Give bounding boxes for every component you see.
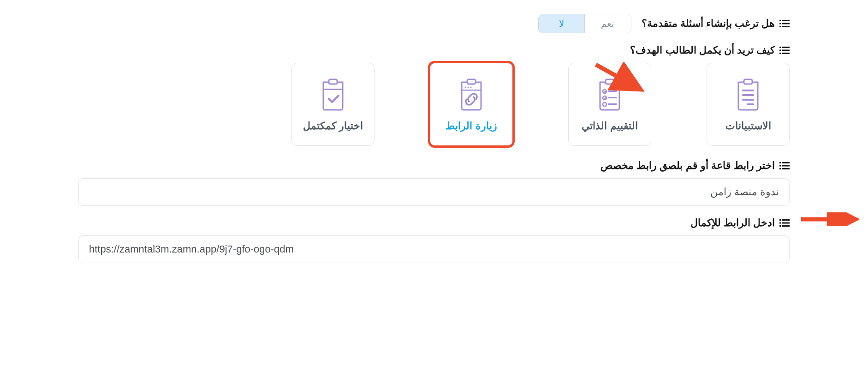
svg-rect-13 — [323, 89, 343, 90]
completion-method-label: كيف تريد أن يكمل الطالب الهدف؟ — [630, 44, 775, 56]
option-mark-complete[interactable]: اختيار كمكتمل — [291, 63, 375, 146]
list-icon — [779, 219, 790, 227]
clipboard-link-icon — [458, 77, 485, 114]
svg-rect-39 — [779, 223, 781, 224]
clipboard-checklist-icon — [596, 77, 623, 114]
svg-point-24 — [603, 102, 606, 106]
svg-rect-9 — [782, 50, 790, 51]
svg-rect-10 — [779, 53, 781, 54]
toggle-no-button[interactable]: لا — [539, 14, 585, 33]
svg-rect-21 — [608, 90, 617, 92]
svg-rect-31 — [779, 162, 781, 163]
svg-rect-37 — [779, 219, 781, 221]
svg-rect-11 — [782, 53, 790, 54]
link-enter-label: ادخل الرابط للإكمال — [690, 217, 775, 229]
svg-rect-5 — [782, 26, 790, 27]
link-select-label: اختر رابط قاعة أو قم بلصق رابط مخصص — [600, 160, 775, 172]
svg-rect-6 — [779, 47, 781, 48]
link-select-field[interactable]: ندوة منصة زامن — [78, 178, 790, 206]
link-select-value: ندوة منصة زامن — [710, 186, 779, 198]
advanced-questions-toggle: نعم لا — [538, 14, 631, 33]
svg-rect-41 — [779, 225, 781, 227]
annotation-arrow-icon — [799, 212, 859, 226]
option-surveys[interactable]: الاستبيانات — [707, 63, 790, 146]
svg-rect-27 — [742, 90, 754, 91]
svg-rect-32 — [782, 162, 790, 163]
advanced-questions-label: هل ترغب بإنشاء أسئلة متقدمة؟ — [642, 18, 775, 30]
svg-rect-35 — [779, 168, 781, 169]
option-surveys-label: الاستبيانات — [725, 120, 771, 132]
svg-point-17 — [470, 87, 472, 88]
svg-rect-29 — [742, 99, 754, 101]
clipboard-check-icon — [320, 77, 346, 114]
svg-rect-8 — [779, 50, 781, 51]
svg-rect-33 — [779, 165, 781, 167]
svg-rect-14 — [467, 79, 476, 84]
svg-rect-1 — [782, 20, 790, 21]
toggle-yes-button[interactable]: نعم — [585, 14, 631, 33]
option-self-assess-label: التقييم الذاتي — [582, 120, 637, 132]
svg-rect-18 — [462, 90, 481, 91]
option-self-assess[interactable]: التقييم الذاتي — [568, 63, 651, 146]
svg-rect-42 — [782, 225, 790, 227]
svg-point-16 — [468, 87, 469, 88]
list-icon — [779, 19, 790, 28]
svg-rect-12 — [329, 79, 337, 84]
svg-rect-4 — [779, 26, 781, 27]
svg-rect-38 — [782, 219, 790, 221]
option-visit-link[interactable]: زيارة الرابط — [430, 63, 513, 146]
option-mark-complete-label: اختيار كمكتمل — [303, 120, 363, 132]
link-enter-value: https://zamntal3m.zamn.app/9j7-gfo-ogo-q… — [89, 243, 294, 255]
svg-point-15 — [465, 87, 466, 88]
option-visit-link-label: زيارة الرابط — [446, 120, 497, 132]
clipboard-lines-icon — [735, 77, 761, 114]
svg-rect-40 — [782, 223, 790, 224]
svg-rect-34 — [782, 165, 790, 167]
svg-rect-25 — [608, 103, 617, 105]
svg-rect-28 — [742, 94, 754, 96]
svg-rect-19 — [606, 79, 614, 84]
svg-rect-30 — [747, 103, 754, 105]
svg-rect-3 — [782, 23, 790, 24]
svg-rect-7 — [782, 47, 790, 48]
list-icon — [779, 46, 790, 54]
svg-rect-36 — [782, 168, 790, 169]
completion-options: اختيار كمكتمل زيارة الرابط — [78, 63, 790, 146]
link-enter-field[interactable]: https://zamntal3m.zamn.app/9j7-gfo-ogo-q… — [78, 235, 790, 263]
svg-rect-23 — [608, 97, 617, 98]
svg-rect-2 — [779, 23, 781, 24]
svg-rect-0 — [779, 20, 781, 21]
list-icon — [779, 162, 790, 170]
svg-rect-26 — [744, 79, 752, 84]
